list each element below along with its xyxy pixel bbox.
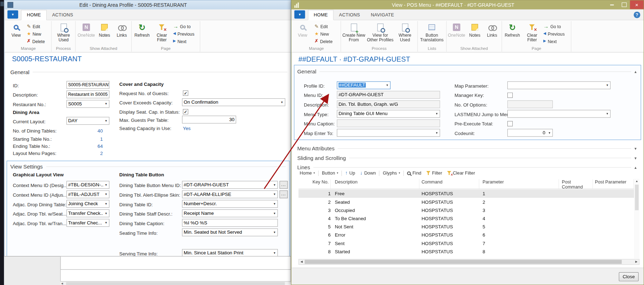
horizontal-scrollbar[interactable]: ◀	[60, 281, 291, 285]
application-menu-button[interactable]: ▾	[294, 10, 305, 19]
clear-filter-button[interactable]: × Clear Filter	[523, 22, 542, 42]
notes-button[interactable]: Notes	[466, 22, 483, 38]
map-enter-to-dropdown[interactable]	[337, 129, 440, 137]
button-translations-button[interactable]: Button Translations	[419, 22, 445, 42]
no-of-dining-tables-value[interactable]: 40	[67, 127, 103, 135]
manager-key-checkbox[interactable]	[507, 93, 513, 98]
onenote-button[interactable]: N OneNote	[77, 22, 95, 38]
links-button[interactable]: Links	[484, 22, 500, 38]
table-row[interactable]: 8StartedHOSPSTATUS8	[299, 247, 634, 255]
cover-exceeds-dropdown[interactable]: On Confirmation	[182, 98, 285, 106]
scroll-right-icon[interactable]: ▶	[634, 259, 639, 264]
help-icon[interactable]: ?	[634, 11, 640, 18]
starting-table-no-value[interactable]: 1	[67, 135, 103, 143]
fasttab-general[interactable]: General	[10, 68, 287, 76]
scroll-up-icon[interactable]: ▲	[634, 180, 639, 182]
application-menu-button[interactable]: ▾	[7, 10, 18, 19]
title-bar[interactable]: View - POS Menu - ##DEFAULT · #DT-GRAPH-…	[291, 0, 644, 10]
column-post-parameter[interactable]: Post Parameter	[595, 179, 634, 189]
close-button[interactable]: Close	[619, 272, 639, 281]
column-description[interactable]: Description	[335, 179, 419, 189]
layout-menu-pages-value[interactable]: 2	[67, 150, 103, 157]
restaurant-no-dropdown[interactable]: S0005	[67, 100, 110, 108]
new-button[interactable]: ★New	[315, 31, 333, 37]
next-button[interactable]: ▶Next	[173, 38, 194, 44]
chevron-down-icon[interactable]: ▾	[634, 156, 637, 160]
edit-button[interactable]: ✎Edit	[27, 23, 45, 29]
tab-home[interactable]: HOME	[308, 10, 334, 20]
table-row[interactable]: 2SeatedHOSPSTATUS2	[299, 198, 634, 206]
next-button[interactable]: ▶Next	[543, 38, 565, 44]
horizontal-scrollbar[interactable]: ◀ ▶	[299, 259, 639, 265]
max-guests-field[interactable]: 30	[182, 116, 236, 124]
codeunit-dropdown[interactable]: 0	[507, 129, 553, 137]
fasttab-view-settings[interactable]: View Settings	[10, 162, 286, 171]
display-seat-cap-checkbox[interactable]: ✓	[183, 109, 188, 114]
new-button[interactable]: ★New	[27, 31, 45, 37]
description-field[interactable]: Restaurant in S0005	[67, 90, 110, 98]
create-new-from-button[interactable]: Create New From	[342, 22, 366, 42]
go-to-button[interactable]: →Go to	[173, 23, 194, 29]
lastmenu-jump-dropdown[interactable]	[507, 110, 611, 118]
tab-home[interactable]: HOME	[21, 10, 47, 20]
maximize-button[interactable]	[618, 0, 630, 9]
refresh-button[interactable]: ↻ Refresh	[503, 22, 522, 38]
context-menu-design-dropdown[interactable]: #TBL-DESIGN-...	[67, 181, 110, 189]
adjac-drop-table-dropdown[interactable]: Joining Check	[67, 200, 110, 208]
column-parameter[interactable]: Parameter	[482, 179, 559, 189]
tab-actions[interactable]: ACTIONS	[47, 10, 78, 20]
onenote-button[interactable]: N OneNote	[448, 22, 466, 38]
view-for-other-profiles-button[interactable]: View for Other Profiles	[366, 22, 394, 42]
ending-table-no-value[interactable]: 64	[67, 142, 103, 150]
minimize-button[interactable]	[606, 0, 618, 9]
column-post-command[interactable]: Post Command	[562, 179, 593, 189]
view-button[interactable]: View	[8, 22, 24, 38]
seating-time-info-dropdown[interactable]: Min. Seated but Not Served	[182, 228, 278, 236]
current-layout-dropdown[interactable]: DAY	[67, 117, 110, 125]
glyphs-menu-button[interactable]: Glyphs▾	[380, 169, 402, 177]
table-row[interactable]: 1FreeHOSPSTATUS1	[299, 190, 634, 198]
dt-button-menu-id-dropdown[interactable]: #DT-GRAPH-GUEST	[182, 181, 278, 189]
dt-alert-ellipse-dropdown[interactable]: #DT-ALARM-ELLIPSE	[182, 190, 278, 198]
dt-caption-field[interactable]: %I %O %S	[182, 219, 278, 227]
table-row[interactable]: 4To Be CleanedHOSPSTATUS4	[299, 214, 634, 223]
move-down-button[interactable]: ↓Down	[358, 169, 378, 177]
dining-table-id-dropdown[interactable]: Number+Descr.	[182, 200, 278, 208]
move-up-button[interactable]: ↑Up	[343, 169, 358, 177]
close-window-button[interactable]: ×	[630, 0, 644, 9]
go-to-button[interactable]: →Go to	[543, 23, 565, 29]
column-command[interactable]: Command	[422, 179, 479, 189]
delete-button[interactable]: ✗Delete	[27, 38, 45, 44]
table-row[interactable]: 7SentHOSPSTATUS7	[299, 239, 634, 247]
seating-capacity-value[interactable]: Yes	[183, 125, 191, 132]
no-of-options-field[interactable]	[507, 100, 553, 108]
fasttab-sliding-and-scrolling[interactable]: Sliding and Scrolling ▾	[297, 154, 637, 162]
request-guests-checkbox[interactable]: ✓	[183, 90, 188, 96]
menu-caption-field[interactable]	[337, 119, 440, 127]
dt-staff-descr-dropdown[interactable]: Receipt Name	[182, 209, 278, 217]
tab-navigate[interactable]: NAVIGATE	[365, 10, 400, 20]
scrollbar-thumb[interactable]	[66, 282, 285, 285]
where-used-button[interactable]: Where Used	[395, 22, 415, 42]
table-row[interactable]: 6ErrorHOSPSTATUS6	[299, 231, 634, 239]
refresh-button[interactable]: ↻ Refresh	[132, 22, 151, 38]
assist-edit-button[interactable]: ...	[279, 190, 287, 198]
map-parameter-dropdown[interactable]	[507, 81, 611, 89]
vertical-scrollbar[interactable]: ▲	[634, 179, 639, 259]
links-button[interactable]: Links	[114, 22, 130, 38]
notes-button[interactable]: Notes	[96, 22, 112, 38]
column-key-no[interactable]: Key No.	[299, 179, 331, 189]
table-row[interactable]: 3OccupiedHOSPSTATUS3	[299, 206, 634, 214]
adjac-drop-tran-dropdown[interactable]: Transfer Chec...	[67, 219, 110, 227]
find-button[interactable]: Find	[405, 169, 424, 177]
scrollbar-thumb[interactable]	[635, 185, 638, 210]
menu-id-field[interactable]: #DT-GRAPH-GUEST	[337, 91, 440, 99]
tab-actions[interactable]: ACTIONS	[334, 10, 365, 20]
id-field[interactable]: S0005-RESTAURANT	[67, 81, 110, 89]
scroll-left-icon[interactable]: ◀	[61, 282, 63, 285]
description-field[interactable]: Din. Tbl. Button, Graph. w/G	[337, 100, 440, 108]
scrollbar-thumb[interactable]	[305, 260, 622, 264]
context-menu-adjust-dropdown[interactable]: #TBL-ADJUST	[67, 190, 110, 198]
chevron-up-icon[interactable]: ▴	[634, 69, 637, 74]
clear-filter-button[interactable]: ×Clear Filter	[445, 169, 478, 177]
